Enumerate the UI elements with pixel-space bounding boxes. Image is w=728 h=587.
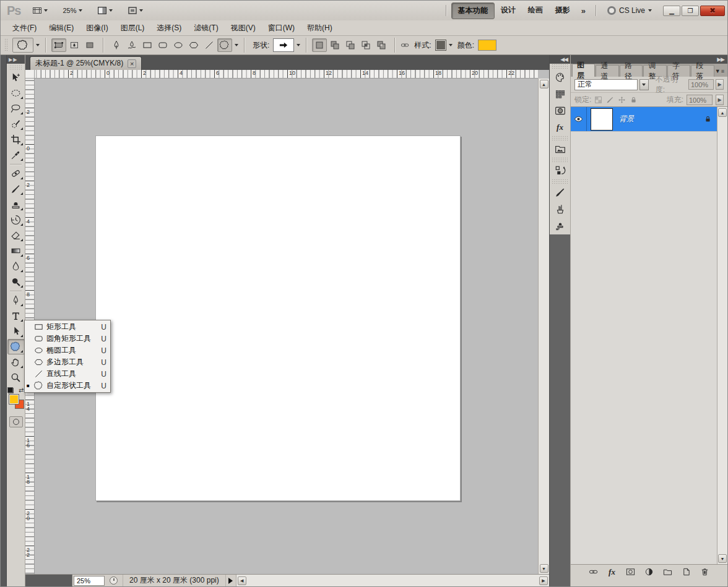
quick-mask-button[interactable] <box>9 416 23 427</box>
styles-panel-button[interactable]: fx <box>552 119 569 135</box>
workspace-overflow-button[interactable]: » <box>576 6 591 15</box>
workspace-button[interactable]: 绘画 <box>522 2 549 19</box>
line-tool-button[interactable] <box>202 38 217 52</box>
opacity-field[interactable]: 100% <box>688 79 714 90</box>
type-tool[interactable] <box>7 308 25 323</box>
horizontal-ruler[interactable]: 20246810121416182022 <box>35 70 538 79</box>
panel-tab[interactable]: 段落 <box>691 65 714 77</box>
flyout-item-custom-shape[interactable]: ■自定形状工具U <box>25 380 110 392</box>
blur-tool[interactable] <box>7 259 25 274</box>
document-tab[interactable]: 未标题-1 @ 25%(CMYK/8) × <box>30 56 142 70</box>
workspace-button[interactable]: 基本功能 <box>451 2 495 19</box>
style-swatch[interactable] <box>435 40 446 51</box>
flyout-item-rectangle[interactable]: 矩形工具U <box>25 321 110 333</box>
adjustment-button[interactable] <box>643 567 656 578</box>
arrange-documents-button[interactable] <box>94 4 116 17</box>
expand-dock-button[interactable]: ◀◀ <box>550 55 570 64</box>
status-flyout-button[interactable] <box>226 575 236 586</box>
marquee-tool[interactable] <box>7 85 25 101</box>
hand-tool[interactable] <box>7 354 25 370</box>
link-style-icon[interactable] <box>401 41 409 49</box>
shape-preview[interactable] <box>273 38 294 52</box>
drag-grip[interactable] <box>4 38 7 52</box>
subtract-shape-button[interactable] <box>343 38 358 52</box>
fill-field[interactable]: 100% <box>687 95 713 105</box>
status-zoom-field[interactable]: 25% <box>74 576 105 586</box>
menu-item[interactable]: 帮助(H) <box>301 21 338 35</box>
layer-style-button[interactable]: fx <box>606 567 618 578</box>
horizontal-scrollbar[interactable]: ◀ ▶ <box>236 575 549 586</box>
fill-pixels-button[interactable] <box>82 38 97 52</box>
clone-stamp-tool[interactable] <box>7 197 25 212</box>
flyout-item-line[interactable]: 直线工具U <box>25 368 110 380</box>
brush-tool[interactable] <box>7 181 25 197</box>
drag-grip[interactable] <box>552 136 568 140</box>
close-button[interactable]: ✖ <box>700 6 725 16</box>
dodge-tool[interactable] <box>7 274 25 289</box>
brush-presets-panel-button[interactable] <box>552 201 569 217</box>
mini-bridge-panel-button[interactable] <box>552 141 569 157</box>
freeform-pen-tool-button[interactable] <box>124 38 139 52</box>
layer-thumbnail[interactable] <box>591 108 613 131</box>
layers-scrollbar[interactable]: ▲ ▼ <box>717 107 727 564</box>
swap-colors-icon[interactable]: ⇄ <box>19 387 24 393</box>
layer-visibility-toggle[interactable] <box>571 107 587 131</box>
history-panel-button[interactable] <box>552 163 569 179</box>
rectangle-tool-button[interactable] <box>140 38 155 52</box>
canvas-page[interactable] <box>95 135 461 501</box>
exclude-shape-button[interactable] <box>374 38 389 52</box>
menu-item[interactable]: 文件(F) <box>7 21 42 35</box>
scroll-down-icon[interactable]: ▼ <box>540 564 548 573</box>
panel-tab[interactable]: 通道 <box>596 65 618 77</box>
eraser-tool[interactable] <box>7 228 25 243</box>
flyout-item-ellipse[interactable]: 椭圆工具U <box>25 345 110 356</box>
add-shape-button[interactable] <box>327 38 342 52</box>
workspace-button[interactable]: 设计 <box>495 2 522 19</box>
restore-button[interactable]: ❐ <box>682 6 699 16</box>
menu-item[interactable]: 图层(L) <box>115 21 150 35</box>
masks-panel-button[interactable] <box>552 103 569 119</box>
panel-tab[interactable]: 路径 <box>620 65 643 77</box>
menu-item[interactable]: 图像(I) <box>80 21 113 35</box>
default-colors-icon[interactable] <box>8 388 14 393</box>
pen-tool-button[interactable] <box>109 38 124 52</box>
drag-grip[interactable] <box>552 158 568 162</box>
zoom-level-button[interactable]: 25% <box>59 5 85 16</box>
menu-item[interactable]: 编辑(E) <box>43 21 79 35</box>
intersect-shape-button[interactable] <box>358 38 373 52</box>
swatches-panel-button[interactable] <box>552 86 569 102</box>
custom-shape-tool-button[interactable] <box>217 38 232 52</box>
scroll-left-icon[interactable]: ◀ <box>238 576 246 585</box>
layer-row[interactable]: 背景 <box>571 107 717 132</box>
gradient-tool[interactable] <box>7 243 25 259</box>
eyedropper-tool[interactable] <box>7 147 25 163</box>
scroll-right-icon[interactable]: ▶ <box>539 576 548 585</box>
color-panel-button[interactable] <box>552 69 569 85</box>
panel-menu-button[interactable]: ▼≡ <box>715 68 725 74</box>
foreground-color-swatch[interactable] <box>9 394 19 405</box>
new-shape-button[interactable] <box>312 38 327 52</box>
menu-item[interactable]: 视图(V) <box>225 21 261 35</box>
opacity-slider-button[interactable]: ▶ <box>716 79 724 90</box>
path-selection-tool[interactable] <box>7 323 25 339</box>
lock-move-button[interactable] <box>618 96 626 104</box>
rounded-rectangle-tool-button[interactable] <box>155 38 170 52</box>
ellipse-tool-button[interactable] <box>171 38 186 52</box>
delete-button[interactable] <box>699 567 711 578</box>
scroll-up-icon[interactable]: ▲ <box>540 80 548 88</box>
menu-item[interactable]: 选择(S) <box>151 21 187 35</box>
polygon-tool-button[interactable] <box>186 38 201 52</box>
fill-slider-button[interactable]: ▶ <box>716 95 724 105</box>
minimize-button[interactable]: ▁ <box>663 6 680 16</box>
tool-preset-picker[interactable] <box>12 38 33 53</box>
history-brush-tool[interactable] <box>7 212 25 228</box>
pen-tool[interactable] <box>7 293 25 308</box>
lock-paint-button[interactable] <box>606 96 614 104</box>
shape-color-swatch[interactable] <box>478 40 496 51</box>
drag-grip[interactable] <box>9 65 22 70</box>
scroll-up-icon[interactable]: ▲ <box>718 108 727 117</box>
drag-grip[interactable] <box>552 64 568 69</box>
zoom-tool[interactable] <box>7 370 25 385</box>
blend-mode-dropdown-button[interactable] <box>639 79 649 90</box>
crop-tool[interactable] <box>7 132 25 147</box>
